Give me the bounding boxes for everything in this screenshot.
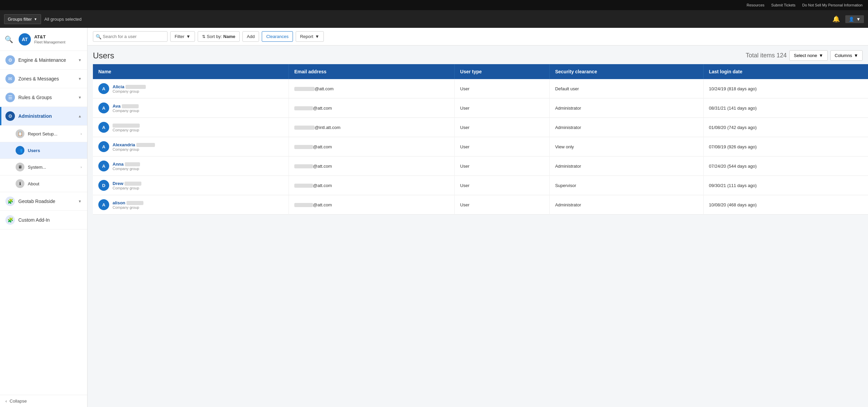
admin-icon: ⚙ bbox=[5, 111, 15, 121]
user-cell: DDrew Company group bbox=[98, 180, 283, 191]
last-login-cell: 07/08/19 (926 days ago) bbox=[703, 137, 868, 156]
search-icon[interactable]: 🔍 bbox=[5, 35, 13, 43]
report-button[interactable]: Report ▼ bbox=[296, 31, 324, 42]
users-icon: 👥 bbox=[16, 146, 24, 155]
table-row[interactable]: Aalison Company group@att.comUserAdminis… bbox=[93, 195, 868, 215]
do-not-sell-link[interactable]: Do Not Sell My Personal Information bbox=[802, 3, 863, 7]
chevron-down-icon: ▼ bbox=[856, 17, 861, 22]
name-cell: Aalison Company group bbox=[93, 195, 289, 215]
sidebar-item-zones[interactable]: ✉ Zones & Messages ▼ bbox=[0, 70, 87, 88]
sub-nav-label: About bbox=[28, 181, 82, 186]
redacted-name bbox=[124, 182, 141, 186]
chevron-down-icon: ▼ bbox=[34, 17, 37, 21]
user-name[interactable]: Alicia bbox=[113, 84, 146, 89]
sort-button[interactable]: ⇅ Sort by: Name bbox=[198, 31, 240, 42]
user-account-button[interactable]: 👤 ▼ bbox=[845, 15, 864, 23]
system-icon: 🖥 bbox=[16, 163, 24, 171]
table-row[interactable]: AAva Company group@att.comUserAdministra… bbox=[93, 98, 868, 118]
user-type-cell: User bbox=[455, 195, 550, 215]
redacted-name bbox=[125, 85, 146, 89]
search-input[interactable] bbox=[93, 31, 167, 42]
select-none-button[interactable]: Select none ▼ bbox=[789, 50, 828, 61]
table-header-row: Name Email address User type Security cl… bbox=[93, 64, 868, 79]
email-cell: @intl.att.com bbox=[289, 118, 454, 137]
col-security[interactable]: Security clearance bbox=[550, 64, 704, 79]
filter-button[interactable]: Filter ▼ bbox=[170, 31, 195, 42]
name-cell: ACompany group bbox=[93, 118, 289, 137]
email-cell: @att.com bbox=[289, 79, 454, 98]
sort-icon: ⇅ bbox=[202, 34, 205, 39]
total-items: Total items 124 bbox=[746, 52, 787, 59]
sidebar-item-custom-add-in[interactable]: 🧩 Custom Add-In bbox=[0, 211, 87, 229]
chevron-down-icon: ▼ bbox=[819, 53, 823, 58]
content-area: 🔍 Filter ▼ ⇅ Sort by: Name Add Clearance… bbox=[87, 28, 868, 407]
add-label: Add bbox=[247, 34, 255, 39]
redacted-name bbox=[136, 143, 155, 147]
name-cell: DDrew Company group bbox=[93, 176, 289, 195]
clearances-button[interactable]: Clearances bbox=[262, 31, 293, 42]
columns-button[interactable]: Columns ▼ bbox=[830, 50, 863, 61]
last-login-cell: 01/08/20 (742 days ago) bbox=[703, 118, 868, 137]
user-cell: AAnna Company group bbox=[98, 161, 283, 171]
company-subtitle: Fleet Management bbox=[34, 40, 65, 44]
last-login-cell: 10/08/20 (468 days ago) bbox=[703, 195, 868, 215]
user-name[interactable]: Drew bbox=[113, 181, 141, 186]
add-button[interactable]: Add bbox=[242, 31, 259, 42]
columns-label: Columns bbox=[835, 53, 852, 58]
col-user-type[interactable]: User type bbox=[455, 64, 550, 79]
table-row[interactable]: AAlicia Company group@att.comUserDefault… bbox=[93, 79, 868, 98]
report-label: Report bbox=[300, 34, 313, 39]
user-info: Ava Company group bbox=[113, 104, 139, 113]
email-cell: @att.com bbox=[289, 195, 454, 215]
col-email[interactable]: Email address bbox=[289, 64, 454, 79]
sidebar-item-report-setup[interactable]: 📋 Report Setup... › bbox=[0, 126, 87, 142]
user-name[interactable]: Ava bbox=[113, 104, 139, 109]
table-row[interactable]: ACompany group@intl.att.comUserAdministr… bbox=[93, 118, 868, 137]
table-row[interactable]: AAnna Company group@att.comUserAdministr… bbox=[93, 156, 868, 176]
sidebar-item-rules[interactable]: ☰ Rules & Groups ▼ bbox=[0, 88, 87, 107]
sidebar-item-admin[interactable]: ⚙ Administration ▲ bbox=[0, 107, 87, 126]
user-group: Company group bbox=[113, 89, 146, 93]
select-none-label: Select none bbox=[794, 53, 817, 58]
submit-tickets-link[interactable]: Submit Tickets bbox=[771, 3, 796, 7]
user-name[interactable]: Anna bbox=[113, 162, 140, 167]
resources-link[interactable]: Resources bbox=[747, 3, 765, 7]
sidebar-item-engine[interactable]: ⚙ Engine & Maintenance ▼ bbox=[0, 51, 87, 70]
sidebar-item-users[interactable]: 👥 Users bbox=[0, 142, 87, 159]
security-cell: View only bbox=[550, 137, 704, 156]
avatar: A bbox=[98, 122, 109, 133]
table-row[interactable]: DDrew Company group@att.comUserSuperviso… bbox=[93, 176, 868, 195]
avatar: A bbox=[98, 141, 109, 152]
sidebar-item-geotab-roadside[interactable]: 🧩 Geotab Roadside ▼ bbox=[0, 192, 87, 211]
chevron-right-icon: › bbox=[81, 165, 82, 169]
user-type-cell: User bbox=[455, 137, 550, 156]
groups-filter-label: Groups filter bbox=[8, 17, 32, 22]
email-cell: @att.com bbox=[289, 176, 454, 195]
user-info: Alexandria Company group bbox=[113, 142, 155, 151]
col-name[interactable]: Name bbox=[93, 64, 289, 79]
user-name[interactable]: alison bbox=[113, 200, 143, 205]
bell-icon[interactable]: 🔔 bbox=[832, 15, 840, 23]
sidebar-item-system[interactable]: 🖥 System... › bbox=[0, 159, 87, 175]
zones-icon: ✉ bbox=[5, 74, 15, 84]
email-cell: @att.com bbox=[289, 156, 454, 176]
table-row[interactable]: AAlexandria Company group@att.comUserVie… bbox=[93, 137, 868, 156]
collapse-button[interactable]: ‹ Collapse bbox=[0, 395, 87, 407]
sidebar-logo: 🔍 AT AT&T Fleet Management bbox=[0, 28, 87, 51]
sidebar: 🔍 AT AT&T Fleet Management ⚙ Engine & Ma… bbox=[0, 28, 87, 407]
user-type-cell: User bbox=[455, 118, 550, 137]
user-info: Drew Company group bbox=[113, 181, 141, 190]
sidebar-item-about[interactable]: ℹ About bbox=[0, 175, 87, 192]
redacted-name bbox=[125, 162, 140, 166]
redacted-email bbox=[294, 87, 315, 91]
redacted-email bbox=[294, 203, 313, 207]
col-last-login[interactable]: Last login date bbox=[703, 64, 868, 79]
groups-filter-button[interactable]: Groups filter ▼ bbox=[4, 14, 41, 24]
user-name[interactable]: Alexandria bbox=[113, 142, 155, 147]
user-name[interactable] bbox=[113, 123, 140, 128]
top-bar: Resources Submit Tickets Do Not Sell My … bbox=[0, 0, 868, 10]
filter-label: Filter bbox=[175, 34, 184, 39]
header-right: Total items 124 Select none ▼ Columns ▼ bbox=[746, 50, 863, 61]
sidebar-item-label: Zones & Messages bbox=[18, 76, 75, 81]
search-wrapper: 🔍 bbox=[93, 31, 167, 42]
